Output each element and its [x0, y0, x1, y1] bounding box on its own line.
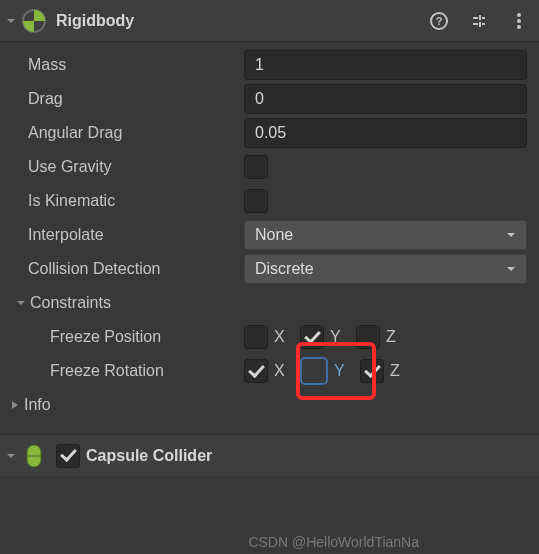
angular-drag-input[interactable] [244, 118, 527, 148]
preset-icon[interactable] [469, 11, 489, 31]
use-gravity-label: Use Gravity [0, 158, 244, 176]
drag-input[interactable] [244, 84, 527, 114]
help-icon[interactable]: ? [429, 11, 449, 31]
freeze-pos-y-checkbox[interactable] [300, 325, 324, 349]
component-title: Rigidbody [56, 12, 429, 30]
freeze-rot-y-checkbox[interactable] [300, 357, 328, 385]
info-label: Info [24, 396, 51, 414]
capsule-collider-enable-checkbox[interactable] [56, 444, 80, 468]
angular-drag-label: Angular Drag [0, 124, 244, 142]
is-kinematic-checkbox[interactable] [244, 189, 268, 213]
axis-y-label: Y [330, 328, 350, 346]
freeze-pos-z-checkbox[interactable] [356, 325, 380, 349]
chevron-down-icon [506, 226, 516, 244]
drag-label: Drag [0, 90, 244, 108]
rigidbody-icon [20, 7, 48, 35]
axis-z-label: Z [390, 362, 410, 380]
collision-detection-value: Discrete [255, 260, 314, 278]
svg-point-4 [517, 19, 521, 23]
constraints-foldout[interactable]: Constraints [0, 294, 244, 312]
freeze-rotation-label: Freeze Rotation [0, 362, 244, 380]
constraints-label: Constraints [30, 294, 111, 312]
svg-point-3 [517, 13, 521, 17]
capsule-collider-icon [20, 442, 48, 470]
component-title: Capsule Collider [86, 447, 529, 465]
menu-icon[interactable] [509, 11, 529, 31]
freeze-position-label: Freeze Position [0, 328, 244, 346]
svg-point-5 [517, 25, 521, 29]
watermark-text: CSDN @HelloWorldTianNa [248, 534, 419, 550]
foldout-toggle[interactable] [4, 451, 18, 461]
freeze-rot-z-checkbox[interactable] [360, 359, 384, 383]
interpolate-select[interactable]: None [244, 220, 527, 250]
is-kinematic-label: Is Kinematic [0, 192, 244, 210]
freeze-pos-x-checkbox[interactable] [244, 325, 268, 349]
foldout-toggle[interactable] [4, 16, 18, 26]
axis-y-label: Y [334, 362, 354, 380]
interpolate-label: Interpolate [0, 226, 244, 244]
freeze-rot-x-checkbox[interactable] [244, 359, 268, 383]
info-foldout[interactable]: Info [0, 396, 244, 414]
mass-input[interactable] [244, 50, 527, 80]
use-gravity-checkbox[interactable] [244, 155, 268, 179]
collision-detection-label: Collision Detection [0, 260, 244, 278]
svg-text:?: ? [436, 15, 443, 27]
collision-detection-select[interactable]: Discrete [244, 254, 527, 284]
axis-x-label: X [274, 362, 294, 380]
interpolate-value: None [255, 226, 293, 244]
mass-label: Mass [0, 56, 244, 74]
axis-x-label: X [274, 328, 294, 346]
axis-z-label: Z [386, 328, 406, 346]
chevron-down-icon [506, 260, 516, 278]
